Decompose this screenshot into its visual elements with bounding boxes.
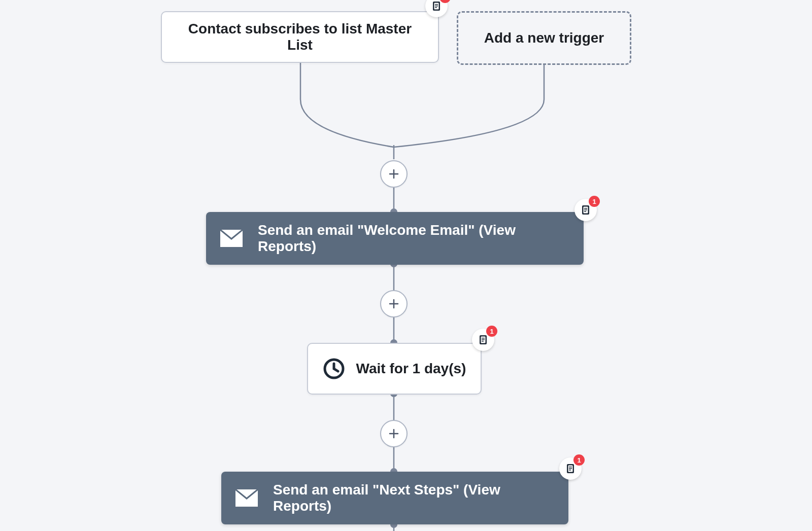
svg-rect-8: [435, 4, 438, 5]
svg-rect-9: [435, 6, 438, 7]
add-step-button-3[interactable]: [380, 420, 408, 447]
svg-rect-20: [482, 338, 485, 339]
plus-icon: [388, 428, 399, 439]
action-card-send-next-steps[interactable]: Send an email "Next Steps" (View Reports…: [221, 472, 568, 524]
notes-badge-next-steps[interactable]: 1: [559, 457, 582, 480]
clipboard-icon: [478, 334, 488, 345]
clipboard-icon: [565, 463, 576, 474]
action-card-send-welcome[interactable]: Send an email "Welcome Email" (View Repo…: [206, 212, 584, 265]
wait-label: Wait for 1 day(s): [356, 361, 466, 377]
action-label: Send an email "Welcome Email" (View Repo…: [258, 222, 569, 255]
trigger-card-subscribes[interactable]: Contact subscribes to list Master List: [161, 11, 439, 63]
plus-icon: [388, 298, 399, 309]
svg-rect-10: [435, 7, 437, 8]
svg-rect-27: [569, 468, 572, 469]
clipboard-icon: [581, 204, 591, 216]
notes-count: 1: [589, 196, 600, 207]
notes-badge-welcome[interactable]: 1: [574, 199, 597, 221]
wait-card-1day[interactable]: Wait for 1 day(s): [307, 343, 482, 395]
svg-rect-14: [584, 208, 587, 209]
add-trigger-button[interactable]: Add a new trigger: [457, 11, 631, 65]
svg-rect-26: [569, 467, 572, 468]
add-step-button-2[interactable]: [380, 290, 408, 317]
notes-count: 1: [486, 326, 497, 337]
notes-badge-wait[interactable]: 1: [472, 329, 494, 351]
clipboard-icon: [431, 1, 442, 12]
flow-connectors: [0, 0, 812, 531]
action-label: Send an email "Next Steps" (View Reports…: [273, 482, 554, 514]
trigger-label: Contact subscribes to list Master List: [174, 21, 426, 53]
svg-rect-15: [584, 209, 587, 210]
svg-rect-16: [584, 211, 586, 212]
add-trigger-label: Add a new trigger: [484, 30, 604, 46]
svg-rect-21: [482, 339, 485, 340]
notes-count: 1: [573, 454, 585, 466]
svg-rect-28: [569, 470, 571, 471]
clock-icon: [323, 358, 345, 380]
envelope-icon: [235, 489, 258, 507]
add-step-button-1[interactable]: [380, 160, 408, 188]
svg-rect-22: [482, 341, 484, 342]
plus-icon: [388, 168, 399, 180]
envelope-icon: [220, 230, 243, 247]
